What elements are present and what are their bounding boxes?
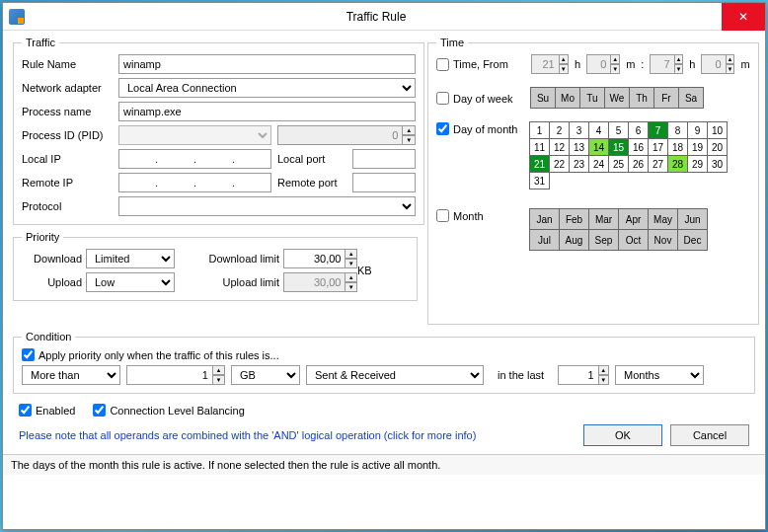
day-cell[interactable]: 6 xyxy=(628,121,649,139)
dow-checkbox[interactable] xyxy=(436,92,449,105)
month-cell[interactable]: May xyxy=(648,208,678,230)
cond-period-unit-select[interactable]: Months xyxy=(615,365,704,385)
cancel-button[interactable]: Cancel xyxy=(670,424,749,446)
day-cell[interactable]: 25 xyxy=(608,155,629,173)
day-cell[interactable]: 23 xyxy=(569,155,589,173)
spin-up-icon[interactable]: ▲ xyxy=(213,365,225,375)
day-cell[interactable]: 27 xyxy=(648,155,668,173)
time-fieldset: Time Time, From ▲▼ h ▲▼ m : ▲▼ h ▲▼ m xyxy=(427,37,759,325)
priority-legend: Priority xyxy=(22,231,63,243)
local-ip-input[interactable]: ... xyxy=(118,149,271,169)
cond-direction-select[interactable]: Sent & Received xyxy=(306,365,484,385)
day-cell[interactable]: 13 xyxy=(569,138,589,156)
upload-select[interactable]: Low xyxy=(86,272,175,292)
download-select[interactable]: Limited xyxy=(86,249,175,268)
time-m1-input xyxy=(586,54,611,74)
local-port-input[interactable] xyxy=(352,149,416,169)
day-cell[interactable]: 4 xyxy=(588,121,609,139)
process-id-select xyxy=(118,125,271,145)
cond-amount-input[interactable] xyxy=(126,365,213,385)
day-cell[interactable]: 28 xyxy=(667,155,688,173)
clb-checkbox[interactable] xyxy=(93,404,106,417)
priority-fieldset: Priority Download Limited Download limit… xyxy=(13,231,418,301)
month-cell[interactable]: Mar xyxy=(588,208,619,230)
cond-operator-select[interactable]: More than xyxy=(22,365,120,385)
month-cell[interactable]: Jun xyxy=(677,208,708,230)
day-cell[interactable]: 8 xyxy=(667,121,688,139)
dow-cell[interactable]: Fr xyxy=(653,87,679,109)
day-cell[interactable]: 29 xyxy=(687,155,708,173)
month-cell[interactable]: Sep xyxy=(588,229,619,251)
month-cell[interactable]: Oct xyxy=(618,229,649,251)
download-limit-input[interactable] xyxy=(283,249,346,268)
dow-cell[interactable]: Su xyxy=(530,87,556,109)
time-sep: : xyxy=(641,58,644,70)
dow-cell[interactable]: Mo xyxy=(555,87,580,109)
day-cell[interactable]: 21 xyxy=(529,155,550,173)
day-cell[interactable]: 17 xyxy=(648,138,668,156)
close-button[interactable]: ✕ xyxy=(722,3,765,31)
time-h2-input xyxy=(650,54,674,74)
month-cell[interactable]: Aug xyxy=(559,229,589,251)
spin-up-icon: ▲ xyxy=(560,54,569,64)
network-adapter-select[interactable]: Local Area Connection xyxy=(118,78,416,98)
dow-cell[interactable]: We xyxy=(604,87,630,109)
apply-priority-checkbox[interactable] xyxy=(22,348,35,361)
day-cell[interactable]: 11 xyxy=(529,138,550,156)
month-cell[interactable]: Jul xyxy=(529,229,560,251)
ok-button[interactable]: OK xyxy=(583,424,662,446)
day-cell[interactable]: 2 xyxy=(549,121,570,139)
day-cell[interactable]: 20 xyxy=(707,138,728,156)
process-id-label: Process ID (PID) xyxy=(22,129,118,141)
month-checkbox[interactable] xyxy=(436,209,449,222)
month-cell[interactable]: Dec xyxy=(677,229,708,251)
dow-cell[interactable]: Tu xyxy=(579,87,605,109)
month-cell[interactable]: Feb xyxy=(559,208,589,230)
spin-up-icon[interactable]: ▲ xyxy=(346,249,357,259)
spin-down-icon: ▼ xyxy=(675,64,684,74)
day-cell[interactable]: 9 xyxy=(687,121,708,139)
day-cell[interactable]: 18 xyxy=(667,138,688,156)
remote-ip-input[interactable]: ... xyxy=(118,173,271,192)
day-cell[interactable]: 19 xyxy=(687,138,708,156)
day-cell[interactable]: 7 xyxy=(648,121,668,139)
day-cell[interactable]: 24 xyxy=(588,155,609,173)
day-cell[interactable]: 26 xyxy=(628,155,649,173)
day-cell[interactable]: 12 xyxy=(549,138,570,156)
spin-down-icon[interactable]: ▼ xyxy=(346,259,357,268)
rule-name-input[interactable] xyxy=(118,54,416,74)
day-cell[interactable]: 31 xyxy=(529,172,550,190)
dow-cell[interactable]: Th xyxy=(629,87,654,109)
note-link[interactable]: Please note that all operands are combin… xyxy=(19,429,476,441)
day-cell[interactable]: 22 xyxy=(549,155,570,173)
download-label: Download xyxy=(22,253,86,265)
process-name-label: Process name xyxy=(22,106,118,117)
day-cell[interactable]: 1 xyxy=(529,121,550,139)
dialog-window: Traffic Rule ✕ Traffic Rule Name Network… xyxy=(2,2,766,530)
enabled-checkbox[interactable] xyxy=(19,404,32,417)
traffic-fieldset: Traffic Rule Name Network adapter Local … xyxy=(13,37,424,225)
spin-down-icon[interactable]: ▼ xyxy=(213,375,225,385)
cond-unit-select[interactable]: GB xyxy=(231,365,300,385)
cond-period-amount-input[interactable] xyxy=(558,365,599,385)
day-cell[interactable]: 30 xyxy=(707,155,728,173)
month-cell[interactable]: Jan xyxy=(529,208,560,230)
time-from-checkbox[interactable] xyxy=(436,58,449,71)
month-cell[interactable]: Apr xyxy=(618,208,649,230)
day-cell[interactable]: 5 xyxy=(608,121,629,139)
remote-port-label: Remote port xyxy=(277,177,346,189)
day-cell[interactable]: 15 xyxy=(608,138,629,156)
protocol-select[interactable] xyxy=(118,196,416,216)
dom-checkbox[interactable] xyxy=(436,122,449,135)
dow-cell[interactable]: Sa xyxy=(678,87,704,109)
day-cell[interactable]: 14 xyxy=(588,138,609,156)
spin-up-icon[interactable]: ▲ xyxy=(599,365,610,375)
spin-down-icon: ▼ xyxy=(727,64,735,74)
day-cell[interactable]: 3 xyxy=(569,121,589,139)
remote-port-input[interactable] xyxy=(352,173,416,192)
spin-down-icon[interactable]: ▼ xyxy=(599,375,610,385)
day-cell[interactable]: 16 xyxy=(628,138,649,156)
month-cell[interactable]: Nov xyxy=(648,229,678,251)
process-name-input[interactable] xyxy=(118,102,416,121)
day-cell[interactable]: 10 xyxy=(707,121,728,139)
